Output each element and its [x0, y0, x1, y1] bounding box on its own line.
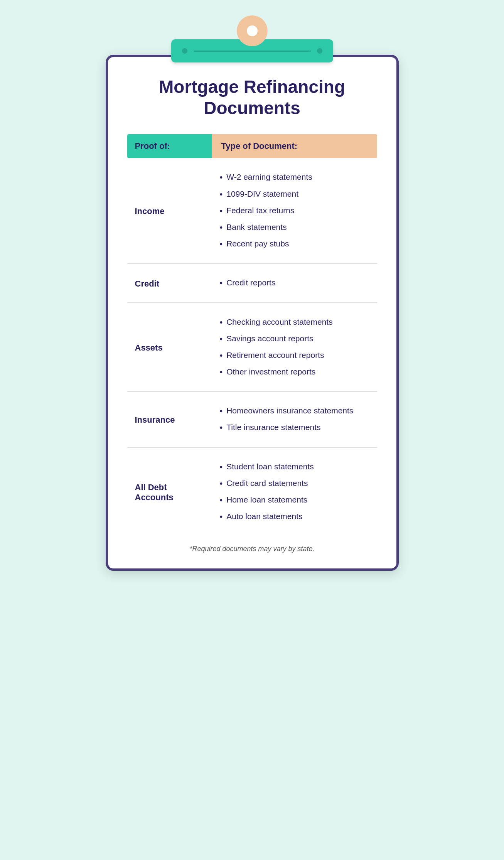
clip-circle-inner [247, 25, 258, 36]
clip-circle [237, 15, 268, 46]
col-type-header: Type of Document: [212, 134, 377, 158]
list-item: Title insurance statements [220, 419, 369, 436]
list-item: Other investment reports [220, 364, 369, 380]
document-list: Homeowners insurance statementsTitle ins… [220, 403, 369, 436]
list-item: Bank statements [220, 219, 369, 236]
proof-cell: Insurance [127, 391, 212, 447]
table-header-row: Proof of: Type of Document: [127, 134, 377, 158]
list-item: Savings account reports [220, 331, 369, 347]
list-item: Auto loan statements [220, 508, 369, 525]
list-item: Homeowners insurance statements [220, 403, 369, 419]
table-row: All DebtAccountsStudent loan statementsC… [127, 447, 377, 536]
list-item: Home loan statements [220, 492, 369, 508]
table-row: IncomeW-2 earning statements1099-DIV sta… [127, 158, 377, 263]
document-list: Student loan statementsCredit card state… [220, 459, 369, 525]
clipboard-board: Mortgage Refinancing Documents Proof of:… [106, 55, 399, 571]
list-item: Retirement account reports [220, 347, 369, 364]
list-item: W-2 earning statements [220, 169, 369, 185]
list-item: 1099-DIV statement [220, 186, 369, 202]
page-title: Mortgage Refinancing Documents [127, 76, 377, 119]
list-item: Federal tax returns [220, 202, 369, 219]
clip-dot-left [182, 48, 187, 54]
clipboard-clip [171, 15, 333, 62]
col-proof-header: Proof of: [127, 134, 212, 158]
documents-table: Proof of: Type of Document: IncomeW-2 ea… [127, 134, 377, 536]
document-list: W-2 earning statements1099-DIV statement… [220, 169, 369, 252]
proof-cell: All DebtAccounts [127, 447, 212, 536]
proof-cell: Assets [127, 303, 212, 392]
table-row: InsuranceHomeowners insurance statements… [127, 391, 377, 447]
list-item: Checking account statements [220, 314, 369, 331]
list-item: Student loan statements [220, 459, 369, 475]
clipboard-wrapper: Mortgage Refinancing Documents Proof of:… [106, 15, 399, 571]
list-item: Recent pay stubs [220, 236, 369, 252]
document-list: Credit reports [220, 275, 369, 291]
footnote: *Required documents may vary by state. [127, 545, 377, 553]
table-row: CreditCredit reports [127, 263, 377, 302]
documents-cell: Credit reports [212, 263, 377, 302]
clip-dot-right [317, 48, 322, 54]
documents-cell: Student loan statementsCredit card state… [212, 447, 377, 536]
proof-cell: Credit [127, 263, 212, 302]
document-list: Checking account statementsSavings accou… [220, 314, 369, 381]
documents-cell: Checking account statementsSavings accou… [212, 303, 377, 392]
table-row: AssetsChecking account statementsSavings… [127, 303, 377, 392]
list-item: Credit card statements [220, 475, 369, 492]
documents-cell: W-2 earning statements1099-DIV statement… [212, 158, 377, 263]
proof-cell: Income [127, 158, 212, 263]
list-item: Credit reports [220, 275, 369, 291]
documents-cell: Homeowners insurance statementsTitle ins… [212, 391, 377, 447]
clip-line [194, 51, 311, 52]
